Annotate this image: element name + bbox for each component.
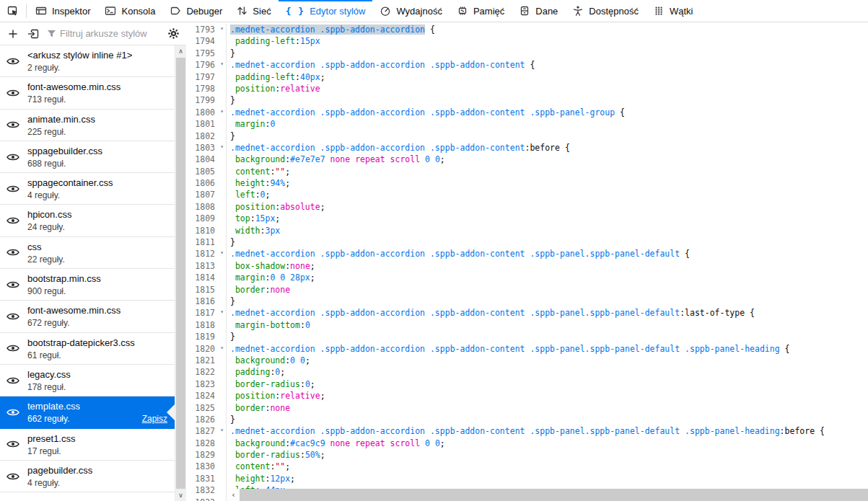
- code-line[interactable]: 1802}: [186, 130, 868, 142]
- eye-icon[interactable]: [6, 249, 19, 257]
- stylesheet-item-sppagebuilder-css[interactable]: sppagebuilder.css688 reguł.: [0, 141, 175, 173]
- eye-icon[interactable]: [6, 440, 19, 448]
- code-text[interactable]: border:none: [227, 284, 290, 296]
- code-line[interactable]: 1798 position:relative: [186, 83, 868, 94]
- horizontal-scrollbar[interactable]: ‹: [227, 489, 868, 501]
- code-text[interactable]: background:#e7e7e7 none repeat scroll 0 …: [227, 154, 445, 165]
- tab-debuger[interactable]: Debuger: [162, 0, 229, 22]
- code-line[interactable]: 1809 top:15px;: [186, 213, 868, 224]
- code-line[interactable]: 1827▾.mednet-accordion .sppb-addon-accor…: [186, 425, 868, 437]
- code-text[interactable]: .mednet-accordion .sppb-addon-accordion …: [227, 343, 789, 355]
- code-text[interactable]: margin:0: [227, 118, 275, 130]
- eye-icon[interactable]: [6, 408, 19, 416]
- fold-arrow-icon[interactable]: ▾: [220, 425, 224, 436]
- code-text[interactable]: box-shadow:none;: [227, 260, 315, 272]
- code-text[interactable]: width:3px: [227, 225, 280, 236]
- stylesheet-item-bootstrap-min-css[interactable]: bootstrap.min.css900 reguł.: [0, 269, 175, 301]
- stylesheet-item-pagebuilder-css[interactable]: pagebuilder.css4 reguły.: [0, 461, 175, 492]
- code-text[interactable]: border:none: [227, 402, 290, 414]
- code-text[interactable]: margin-bottom:0: [227, 319, 310, 331]
- fold-arrow-icon[interactable]: ▾: [220, 306, 224, 318]
- code-text[interactable]: position:relative;: [227, 390, 325, 402]
- tab-konsola[interactable]: Konsola: [97, 0, 162, 22]
- code-text[interactable]: top:15px;: [227, 213, 280, 224]
- code-text[interactable]: border-radius:0;: [227, 378, 315, 390]
- code-text[interactable]: .mednet-accordion .sppb-addon-accordion …: [227, 59, 535, 71]
- code-text[interactable]: background:0 0;: [227, 355, 310, 366]
- stylesheet-item-sppagecontainer-css[interactable]: sppagecontainer.css4 reguły.: [0, 173, 175, 205]
- code-text[interactable]: padding-left:15px: [227, 35, 320, 47]
- fold-arrow-icon[interactable]: ▾: [220, 247, 224, 259]
- eye-icon[interactable]: [6, 57, 19, 65]
- stylesheet-item-css[interactable]: css22 reguły.: [0, 237, 175, 269]
- code-line[interactable]: 1814 margin:0 0 28px;: [186, 272, 868, 283]
- code-line[interactable]: 1794 padding-left:15px: [186, 35, 868, 47]
- fold-arrow-icon[interactable]: ▾: [220, 106, 224, 118]
- code-line[interactable]: 1817▾.mednet-accordion .sppb-addon-accor…: [186, 307, 868, 319]
- stylesheet-item-font-awesome-min-css[interactable]: font-awesome.min.css713 reguł.: [0, 77, 175, 109]
- code-text[interactable]: left:0;: [227, 189, 270, 200]
- stylesheet-item-legacy-css[interactable]: legacy.css178 reguł.: [0, 365, 175, 396]
- code-text[interactable]: background:#cac9c9 none repeat scroll 0 …: [227, 438, 445, 449]
- eye-icon[interactable]: [6, 121, 19, 129]
- import-stylesheet-button[interactable]: [24, 25, 43, 43]
- code-line[interactable]: 1801 margin:0: [186, 118, 868, 130]
- code-text[interactable]: border-radius:50%;: [227, 449, 325, 461]
- code-text[interactable]: .mednet-accordion .sppb-addon-accordion …: [227, 24, 435, 35]
- code-line[interactable]: 1807 left:0;: [186, 189, 868, 200]
- code-text[interactable]: .mednet-accordion .sppb-addon-accordion …: [227, 248, 690, 260]
- code-text[interactable]: margin:0 0 28px;: [227, 272, 315, 283]
- code-line[interactable]: 1825 border:none: [186, 402, 868, 414]
- code-line[interactable]: 1811}: [186, 236, 868, 248]
- fold-arrow-icon[interactable]: ▾: [220, 141, 224, 153]
- horizontal-scrollbar-thumb[interactable]: [240, 489, 868, 501]
- code-line[interactable]: 1831 height:12px;: [186, 473, 868, 484]
- code-text[interactable]: }: [227, 94, 235, 106]
- sidebar-scrollbar[interactable]: ∧ ∨: [175, 45, 186, 501]
- sidebar-scrollbar-thumb[interactable]: [176, 58, 185, 489]
- code-line[interactable]: 1799}: [186, 94, 868, 106]
- tab-sieć[interactable]: Sieć: [229, 0, 278, 22]
- code-line[interactable]: 1812▾.mednet-accordion .sppb-addon-accor…: [186, 248, 868, 260]
- code-line[interactable]: 1795}: [186, 48, 868, 59]
- code-text[interactable]: }: [227, 236, 235, 248]
- stylesheet-item-bootstrap-datepicker3-css[interactable]: bootstrap-datepicker3.css61 reguł.: [0, 333, 175, 365]
- code-text[interactable]: position:relative: [227, 83, 320, 94]
- code-line[interactable]: 1808 position:absolute;: [186, 201, 868, 213]
- code-text[interactable]: height:94%;: [227, 177, 290, 189]
- eye-icon[interactable]: [6, 89, 19, 97]
- code-text[interactable]: content:"";: [227, 461, 290, 472]
- code-line[interactable]: 1800▾.mednet-accordion .sppb-addon-accor…: [186, 107, 868, 118]
- code-line[interactable]: 1796▾.mednet-accordion .sppb-addon-accor…: [186, 59, 868, 71]
- code-text[interactable]: .mednet-accordion .sppb-addon-accordion …: [227, 142, 570, 154]
- code-line[interactable]: 1821 background:0 0;: [186, 355, 868, 366]
- css-source-editor[interactable]: 1793▾.mednet-accordion .sppb-addon-accor…: [186, 22, 868, 501]
- code-line[interactable]: 1820▾.mednet-accordion .sppb-addon-accor…: [186, 343, 868, 355]
- stylesheet-item-font-awesome-min-css[interactable]: font-awesome.min.css672 reguły.: [0, 301, 175, 332]
- save-link[interactable]: Zapisz: [142, 414, 167, 424]
- code-line[interactable]: 1805 content:"";: [186, 166, 868, 177]
- code-line[interactable]: 1824 position:relative;: [186, 390, 868, 402]
- code-line[interactable]: 1818 margin-bottom:0: [186, 319, 868, 331]
- scroll-left-arrow[interactable]: ‹: [227, 489, 240, 501]
- code-text[interactable]: }: [227, 296, 235, 307]
- code-text[interactable]: position:absolute;: [227, 201, 325, 213]
- code-line[interactable]: 1806 height:94%;: [186, 177, 868, 189]
- options-button[interactable]: [164, 25, 183, 43]
- eye-icon[interactable]: [6, 376, 19, 384]
- eye-icon[interactable]: [6, 345, 19, 353]
- tab-inspektor[interactable]: Inspektor: [28, 0, 97, 22]
- filter-stylesheets-input[interactable]: [60, 28, 162, 39]
- code-line[interactable]: 1810 width:3px: [186, 225, 868, 236]
- scroll-down-arrow[interactable]: ∨: [175, 489, 186, 501]
- code-line[interactable]: 1804 background:#e7e7e7 none repeat scro…: [186, 154, 868, 165]
- tab-pamięć[interactable]: Pamięć: [450, 0, 512, 22]
- stylesheet-item-template-css[interactable]: template.css662 reguły.Zapisz: [0, 396, 175, 428]
- code-line[interactable]: 1822 padding:0;: [186, 366, 868, 378]
- code-text[interactable]: }: [227, 130, 235, 142]
- code-text[interactable]: }: [227, 48, 235, 59]
- tab-edytor-stylów[interactable]: { }Edytor stylów: [279, 0, 373, 22]
- stylesheet-item-hpicon-css[interactable]: hpicon.css24 reguły.: [0, 205, 175, 236]
- code-line[interactable]: 1823 border-radius:0;: [186, 378, 868, 390]
- eye-icon[interactable]: [6, 153, 19, 161]
